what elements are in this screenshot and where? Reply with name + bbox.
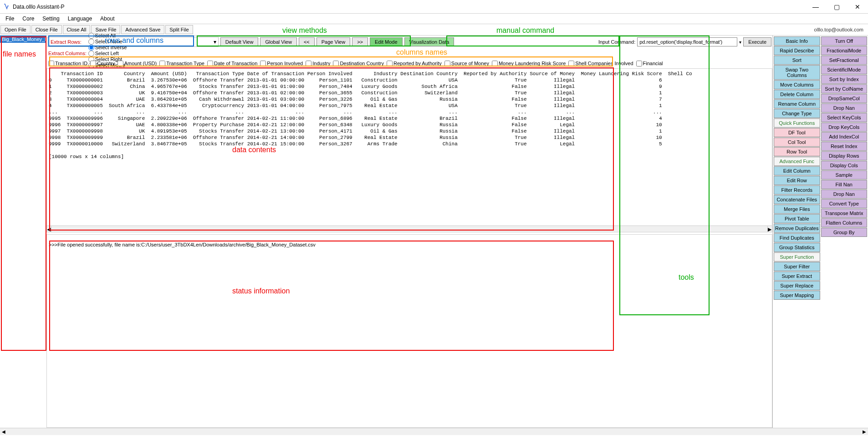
tool-sort-by-index[interactable]: Sort by Index (821, 75, 868, 84)
colcheck-transaction-type[interactable]: Transaction Type (159, 61, 204, 67)
tool-pivot-table[interactable]: Pivot Table (774, 214, 820, 223)
colsel-select-left[interactable]: Select Left (88, 51, 127, 56)
tool-convert-type[interactable]: Convert Type (821, 199, 868, 208)
colcheck-box[interactable] (117, 61, 123, 67)
colcheck-box[interactable] (636, 61, 642, 67)
tool-reset-index[interactable]: Reset Index (821, 142, 868, 151)
execute-button[interactable]: Execute (743, 37, 771, 46)
tool-delete-column[interactable]: Delete Column (774, 90, 820, 99)
tool-row-tool[interactable]: Row Tool (774, 147, 820, 156)
colcheck-money-laundering-risk-score[interactable]: Money Laundering Risk Score (492, 61, 566, 67)
tool-find-duplicates[interactable]: Find Duplicates (774, 233, 820, 242)
tool-flatten-columns[interactable]: Flatten Columns (821, 218, 868, 227)
bottom-scrollbar[interactable]: ◀ ▶ (0, 428, 868, 435)
extract-rows-dropdown-icon[interactable]: ▾ (212, 39, 218, 45)
tool-sort[interactable]: Sort (774, 56, 820, 65)
tool-df-tool[interactable]: DF Tool (774, 128, 820, 137)
colcheck-shell-companies-involved[interactable]: Shell Companies Involved (568, 61, 633, 67)
colsel-select-all[interactable]: Select All (88, 33, 127, 39)
colcheck-box[interactable] (492, 61, 498, 67)
tool-display-cols[interactable]: Display Cols (821, 161, 868, 170)
minimize-button[interactable]: — (805, 0, 826, 13)
scroll-left-icon[interactable]: ◀ (0, 429, 7, 434)
colcheck-box[interactable] (387, 61, 393, 67)
colcheck-industry[interactable]: Industry (306, 61, 330, 67)
close-all-button[interactable]: Close All (63, 25, 91, 34)
file-tab[interactable]: Big_Black_Money_Dat (0, 36, 46, 43)
tool-group-statistics[interactable]: Group Statistics (774, 243, 820, 252)
colcheck-person-involved[interactable]: Person Involved (260, 61, 303, 67)
tool-change-type[interactable]: Change Type (774, 109, 820, 118)
colcheck-transaction-id[interactable]: Transaction ID (48, 61, 87, 67)
close-file-button[interactable]: Close File (31, 25, 62, 34)
tool-concatenate-files[interactable]: Concatenate Files (774, 195, 820, 204)
command-dropdown-icon[interactable]: ▾ (739, 40, 741, 45)
menu-core[interactable]: Core (19, 15, 38, 23)
status-pane[interactable]: >>>File opened successfully, file name i… (46, 234, 772, 428)
maximize-button[interactable]: ▢ (826, 0, 847, 13)
tool-select-keycols[interactable]: Select KeyCols (821, 113, 868, 122)
menu-file[interactable]: File (2, 15, 18, 23)
--button[interactable]: << (299, 37, 315, 46)
hscroll-left-icon[interactable]: ◀ (47, 226, 51, 232)
tool-fill-nan[interactable]: Fill Nan (821, 180, 868, 189)
tool-rapid-describe[interactable]: Rapid Describe (774, 46, 820, 55)
colcheck-box[interactable] (444, 61, 450, 67)
scroll-right-icon[interactable]: ▶ (861, 429, 868, 434)
open-file-button[interactable]: Open File (0, 25, 31, 34)
visualization-data-button[interactable]: Visualization Data (404, 37, 454, 46)
colcheck-source-of-money[interactable]: Source of Money (444, 61, 489, 67)
colsel-radio-select-left[interactable] (88, 51, 94, 56)
tool-filter-records[interactable]: Filter Records (774, 185, 820, 195)
colcheck-financial[interactable]: Financial (636, 61, 663, 67)
tool-dropsamecol[interactable]: DropSameCol (821, 94, 868, 103)
colsel-radio-select-none[interactable] (88, 39, 94, 45)
colcheck-date-of-transaction[interactable]: Date of Transaction (207, 61, 257, 67)
--button[interactable]: >> (352, 37, 368, 46)
tool-sample[interactable]: Sample (821, 170, 868, 180)
tool-col-tool[interactable]: Col Tool (774, 138, 820, 147)
close-button[interactable]: ✕ (847, 0, 868, 13)
tool-move-columns[interactable]: Move Columns (774, 80, 820, 89)
colsel-radio-select-inverse[interactable] (88, 45, 94, 51)
tool-sort-by-colname[interactable]: Sort by ColName (821, 84, 868, 93)
data-pane[interactable]: Transaction ID Country Amount (USD) Tran… (46, 68, 772, 232)
tool-setfractional[interactable]: SetFractional (821, 56, 868, 65)
tool-add-indexcol[interactable]: Add IndexCol (821, 132, 868, 141)
colcheck-country[interactable]: Country (90, 61, 115, 67)
tool-swap-two-columns[interactable]: Swap Two Columns (774, 65, 820, 80)
tool-edit-column[interactable]: Edit Column (774, 166, 820, 175)
tool-drop-nan[interactable]: Drop Nan (821, 190, 868, 199)
colcheck-destination-country[interactable]: Destination Country (333, 61, 384, 67)
tool-turn-off[interactable]: Turn Off (821, 36, 868, 46)
tool-fractionalmode[interactable]: FractionalMode (821, 46, 868, 55)
email-link[interactable]: olllo.top@outlook.com (814, 27, 868, 32)
colcheck-box[interactable] (260, 61, 266, 67)
tool-rename-column[interactable]: Rename Column (774, 99, 820, 108)
colcheck-box[interactable] (207, 61, 213, 67)
tool-super-replace[interactable]: Super Replace (774, 281, 820, 290)
colcheck-box[interactable] (306, 61, 311, 67)
colcheck-reported-by-authority[interactable]: Reported by Authority (387, 61, 442, 67)
menu-about[interactable]: About (97, 15, 118, 23)
colcheck-box[interactable] (568, 61, 574, 67)
hscroll-right-icon[interactable]: ▶ (767, 226, 772, 232)
advanced-save-button[interactable]: Advanced Save (121, 25, 164, 34)
colcheck-box[interactable] (159, 61, 165, 67)
tool-super-extract[interactable]: Super Extract (774, 272, 820, 281)
global-view-button[interactable]: Global View (260, 37, 297, 46)
tool-display-rows[interactable]: Display Rows (821, 151, 868, 160)
tool-scientificlmode[interactable]: ScientificlMode (821, 65, 868, 74)
default-view-button[interactable]: Default View (220, 37, 259, 46)
tool-super-filter[interactable]: Super Filter (774, 262, 820, 271)
edit-mode-button[interactable]: Edit Mode (370, 37, 403, 46)
colsel-select-none[interactable]: Select None (88, 39, 127, 45)
colsel-radio-select-all[interactable] (88, 33, 94, 39)
page-view-button[interactable]: Page View (317, 37, 350, 46)
tool-drop-keycols[interactable]: Drop KeyCols (821, 123, 868, 132)
colcheck-box[interactable] (333, 61, 339, 67)
split-file-button[interactable]: Split File (165, 25, 193, 34)
input-command-field[interactable] (637, 37, 737, 46)
colcheck-amount-usd-[interactable]: Amount (USD) (117, 61, 157, 67)
tool-basic-info[interactable]: Basic Info (774, 36, 820, 46)
